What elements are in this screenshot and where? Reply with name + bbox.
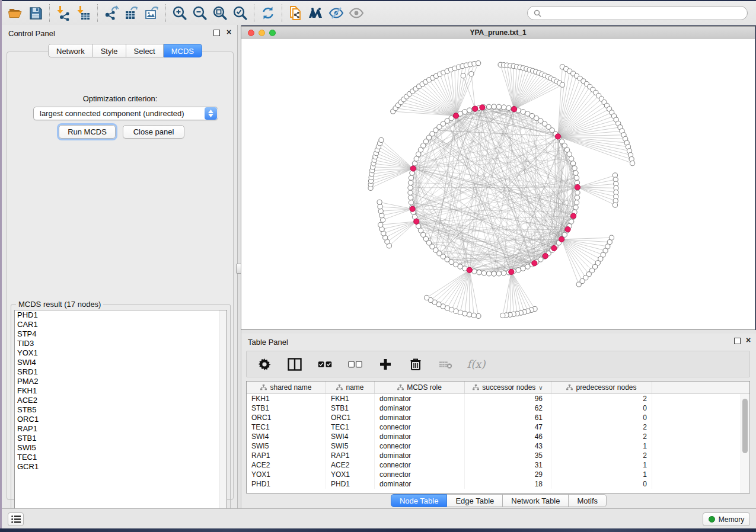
table-scrollbar[interactable] (741, 394, 749, 493)
optimization-criterion-label: Optimization criterion: (7, 94, 233, 103)
tab-style[interactable]: Style (93, 44, 126, 57)
task-history-button[interactable] (8, 512, 24, 526)
cell-mcds_role: connector (375, 422, 465, 432)
table-row[interactable]: YOX1YOX1connector291 (247, 470, 749, 479)
tab-node-table[interactable]: Node Table (391, 494, 448, 507)
table-scrollbar-thumb[interactable] (742, 399, 748, 453)
cell-shared_name: ACE2 (247, 460, 326, 470)
column-header-successor-nodes[interactable]: successor nodes∨ (465, 382, 551, 393)
table-row[interactable]: PHD1PHD1dominator180 (247, 479, 749, 489)
delete-table-icon[interactable] (439, 357, 453, 371)
float-table-panel-icon[interactable] (734, 338, 741, 344)
table-row[interactable]: FKH1FKH1dominator962 (247, 394, 749, 403)
cell-predecessor_nodes: 0 (551, 413, 652, 422)
column-header-shared-name[interactable]: shared name (247, 382, 326, 393)
mcds-result-list[interactable]: PHD1CAR1STP4TID3YOX1SWI4SRD1PMA2FKH1ACE2… (14, 310, 227, 518)
mcds-result-item[interactable]: ACE2 (15, 396, 227, 405)
zoom-out-icon[interactable] (190, 4, 210, 22)
export-image-icon[interactable] (142, 4, 162, 22)
close-panel-button[interactable]: Close panel (123, 125, 184, 139)
cell-name: STB1 (326, 403, 375, 413)
deselect-all-icon[interactable] (348, 357, 362, 371)
mcds-result-item[interactable]: TEC1 (15, 453, 227, 462)
zoom-in-icon[interactable] (170, 4, 190, 22)
mcds-result-item[interactable]: SWI4 (15, 358, 227, 367)
tab-motifs[interactable]: Motifs (569, 494, 607, 507)
table-panel-title: Table Panel (248, 338, 288, 347)
function-builder-icon[interactable]: f(x) (469, 357, 483, 371)
mcds-result-item[interactable]: GCR1 (15, 462, 227, 472)
tab-network[interactable]: Network (48, 44, 93, 57)
network-window: YPA_prune.txt_1 (241, 26, 755, 330)
mcds-result-item[interactable]: STP4 (15, 329, 227, 339)
mcds-result-item[interactable]: ORC1 (15, 415, 227, 424)
mcds-result-item[interactable]: STB1 (15, 434, 227, 443)
search-field[interactable] (527, 6, 748, 20)
mcds-result-item[interactable]: TID3 (15, 339, 227, 348)
export-table-icon[interactable] (122, 4, 142, 22)
mcds-result-item[interactable]: YOX1 (15, 348, 227, 358)
control-panel: Control Panel × NetworkStyleSelectMCDS O… (2, 25, 237, 508)
memory-button[interactable]: Memory (703, 512, 750, 526)
import-table-icon[interactable] (74, 4, 94, 22)
delete-column-icon[interactable] (409, 357, 423, 371)
mcds-result-item[interactable]: PHD1 (15, 310, 227, 320)
gear-icon[interactable] (257, 357, 272, 371)
mcds-result-item[interactable]: CAR1 (15, 320, 227, 329)
mcds-result-item[interactable]: SRD1 (15, 367, 227, 377)
cell-name: TEC1 (326, 422, 375, 432)
mcds-list-scrollbar[interactable] (219, 310, 227, 518)
save-session-icon[interactable] (25, 4, 46, 22)
import-network-icon[interactable] (53, 4, 74, 22)
table-row[interactable]: SWI4SWI4dominator462 (247, 432, 749, 441)
zoom-fit-icon[interactable] (210, 4, 230, 22)
cell-successor_nodes: 62 (465, 403, 551, 413)
table-row[interactable]: TEC1TEC1connector472 (247, 422, 749, 432)
split-view-icon[interactable] (288, 357, 302, 371)
column-header-predecessor-nodes[interactable]: predecessor nodes (551, 382, 652, 393)
cell-shared_name: STB1 (247, 403, 326, 413)
tab-select[interactable]: Select (126, 44, 164, 57)
cell-shared_name: RAP1 (247, 451, 326, 460)
table-row[interactable]: SWI5SWI5connector431 (247, 441, 749, 451)
cell-successor_nodes: 96 (465, 394, 551, 403)
mcds-result-item[interactable]: SWI5 (15, 443, 227, 453)
refresh-icon[interactable] (258, 4, 278, 22)
share-document-icon[interactable] (286, 4, 306, 22)
run-mcds-button[interactable]: Run MCDS (59, 125, 116, 139)
close-panel-icon[interactable]: × (227, 28, 231, 36)
cell-name: SWI5 (326, 441, 375, 451)
column-header-name[interactable]: name (326, 382, 375, 393)
hide-selected-icon[interactable] (326, 4, 346, 22)
column-header-MCDS-role[interactable]: MCDS role (375, 382, 465, 393)
mcds-result-item[interactable]: STB5 (15, 405, 227, 415)
tab-network-table[interactable]: Network Table (503, 494, 569, 507)
table-row[interactable]: ORC1ORC1dominator610 (247, 413, 749, 422)
first-neighbors-icon[interactable] (306, 4, 326, 22)
tab-edge-table[interactable]: Edge Table (447, 494, 503, 507)
cell-shared_name: FKH1 (247, 394, 326, 403)
table-row[interactable]: STB1STB1dominator620 (247, 403, 749, 413)
table-panel: Table Panel × (241, 334, 756, 508)
open-file-icon[interactable] (5, 4, 25, 22)
optimization-criterion-select[interactable]: largest connected component (undirected) (33, 107, 218, 120)
close-table-panel-icon[interactable]: × (746, 336, 751, 344)
float-window-icon[interactable] (213, 30, 220, 36)
sort-indicator-icon: ∨ (538, 384, 543, 391)
show-all-icon[interactable] (346, 4, 366, 22)
search-input[interactable] (541, 8, 741, 18)
tab-mcds[interactable]: MCDS (164, 44, 202, 57)
zoom-selected-icon[interactable] (230, 4, 250, 22)
mcds-result-item[interactable]: FKH1 (15, 386, 227, 396)
network-window-titlebar[interactable]: YPA_prune.txt_1 (241, 27, 755, 40)
table-toolbar: f(x) (246, 351, 750, 377)
table-row[interactable]: RAP1RAP1dominator352 (247, 451, 749, 460)
network-canvas[interactable] (241, 39, 755, 329)
node-table: shared namenameMCDS rolesuccessor nodes∨… (246, 381, 750, 493)
add-column-icon[interactable] (378, 357, 393, 371)
export-network-icon[interactable] (101, 4, 122, 22)
mcds-result-item[interactable]: PMA2 (15, 377, 227, 386)
table-row[interactable]: ACE2ACE2connector311 (247, 460, 749, 470)
mcds-result-item[interactable]: RAP1 (15, 424, 227, 434)
select-all-icon[interactable] (318, 357, 332, 371)
